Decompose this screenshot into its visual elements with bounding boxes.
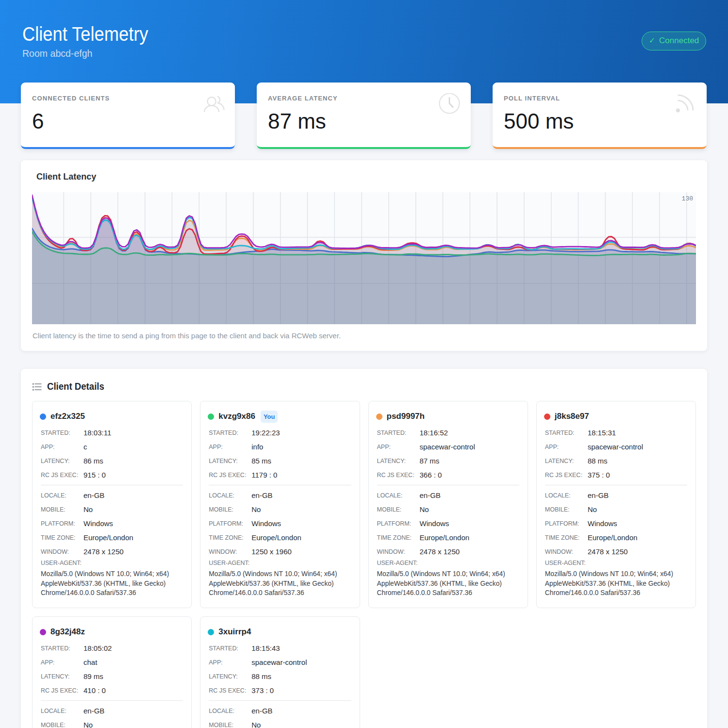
svg-text:130: 130 [682, 195, 693, 202]
